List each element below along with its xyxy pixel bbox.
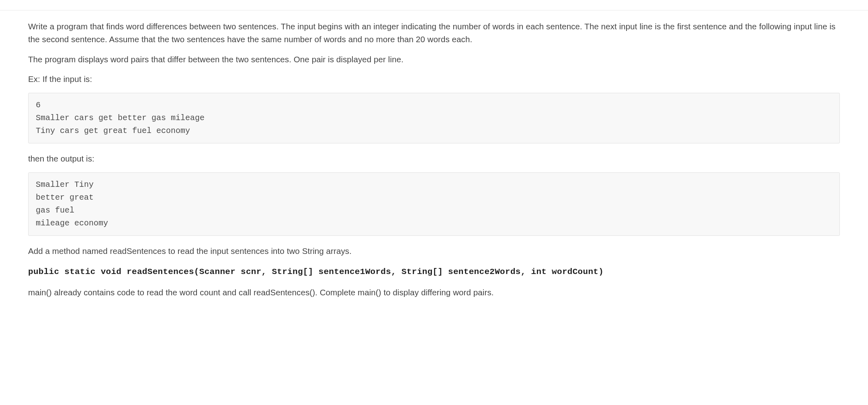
- intro-paragraph-1: Write a program that finds word differen…: [28, 20, 840, 46]
- example-label: Ex: If the input is:: [28, 73, 840, 86]
- output-label: then the output is:: [28, 152, 840, 165]
- method-signature: public static void readSentences(Scanner…: [28, 265, 840, 279]
- input-code-block: 6 Smaller cars get better gas mileage Ti…: [28, 93, 840, 143]
- top-divider: [0, 10, 868, 10]
- signature-code: public static void readSentences(Scanner…: [28, 267, 604, 276]
- intro-paragraph-2: The program displays word pairs that dif…: [28, 53, 840, 66]
- method-instruction: Add a method named readSentences to read…: [28, 245, 840, 258]
- output-code-block: Smaller Tiny better great gas fuel milea…: [28, 172, 840, 236]
- main-instruction: main() already contains code to read the…: [28, 286, 840, 299]
